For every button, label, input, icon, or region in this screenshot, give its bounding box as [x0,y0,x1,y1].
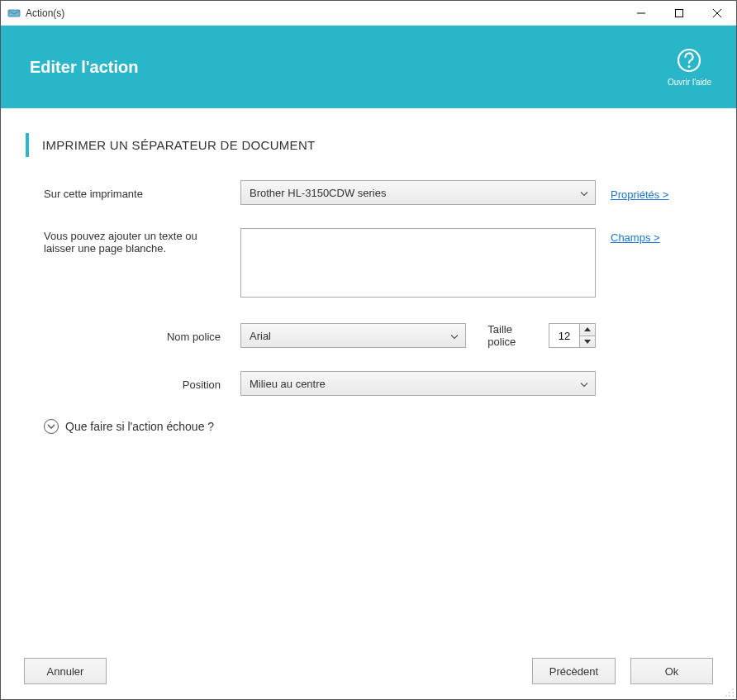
chevron-down-icon [580,187,588,199]
row-printer: Sur cette imprimante Brother HL-3150CDW … [44,180,711,205]
svg-point-10 [729,692,730,693]
svg-marker-7 [584,327,591,331]
font-size-input[interactable] [549,324,579,347]
previous-button[interactable]: Précèdent [532,658,616,684]
svg-rect-2 [676,10,683,17]
footer: Annuler Précèdent Ok [1,645,736,699]
position-value: Milieu au centre [250,378,326,390]
svg-point-11 [732,692,734,693]
form-area: Sur cette imprimante Brother HL-3150CDW … [26,180,711,434]
content: IMPRIMER UN SÉPARATEUR DE DOCUMENT Sur c… [1,108,736,645]
font-size-spinner[interactable] [549,323,596,348]
printer-value: Brother HL-3150CDW series [250,187,386,199]
minimize-button[interactable] [622,1,660,26]
svg-point-13 [729,695,730,697]
app-icon [7,7,21,20]
cancel-button[interactable]: Annuler [24,658,107,684]
maximize-button[interactable] [660,1,698,26]
spinner-up-button[interactable] [580,324,595,336]
fields-link[interactable]: Champs > [611,231,660,244]
ok-button[interactable]: Ok [630,658,713,684]
spinner-down-button[interactable] [580,336,595,348]
window-title: Action(s) [26,7,622,19]
chevron-down-circle-icon [44,419,59,434]
position-select[interactable]: Milieu au centre [240,371,596,396]
svg-marker-8 [584,340,591,344]
titlebar: Action(s) [1,1,736,26]
help-button[interactable]: Ouvrir l'aide [668,47,711,87]
text-label: Vous pouvez ajouter un texte ou laisser … [44,228,240,255]
svg-rect-0 [8,10,20,17]
chevron-down-icon [450,330,459,342]
printer-select[interactable]: Brother HL-3150CDW series [240,180,596,205]
properties-link[interactable]: Propriétés > [611,188,668,201]
svg-point-14 [732,695,734,697]
position-label: Position [44,377,240,391]
section-title: IMPRIMER UN SÉPARATEUR DE DOCUMENT [26,133,711,157]
failure-section-toggle[interactable]: Que faire si l'action échoue ? [44,419,711,434]
help-label: Ouvrir l'aide [668,78,711,87]
row-position: Position Milieu au centre [44,371,711,396]
svg-point-12 [725,695,727,697]
font-size-label: Taille police [487,323,540,348]
resize-grip[interactable] [725,688,735,698]
window: Action(s) Editer l'action Ouvri [0,0,737,700]
svg-point-6 [688,65,691,68]
close-button[interactable] [698,1,736,26]
row-font: Nom police Arial Taille police [44,323,711,348]
font-name-select[interactable]: Arial [240,323,466,348]
font-name-value: Arial [250,330,271,342]
header: Editer l'action Ouvrir l'aide [1,26,736,108]
page-title: Editer l'action [30,58,138,77]
svg-point-9 [732,688,734,690]
separator-text-input[interactable] [240,228,596,298]
row-text: Vous pouvez ajouter un texte ou laisser … [44,228,711,300]
printer-label: Sur cette imprimante [44,186,240,200]
chevron-down-icon [580,378,588,390]
font-name-label: Nom police [44,329,240,343]
help-icon [668,47,711,76]
window-controls [622,1,736,25]
failure-section-label: Que faire si l'action échoue ? [65,420,214,433]
